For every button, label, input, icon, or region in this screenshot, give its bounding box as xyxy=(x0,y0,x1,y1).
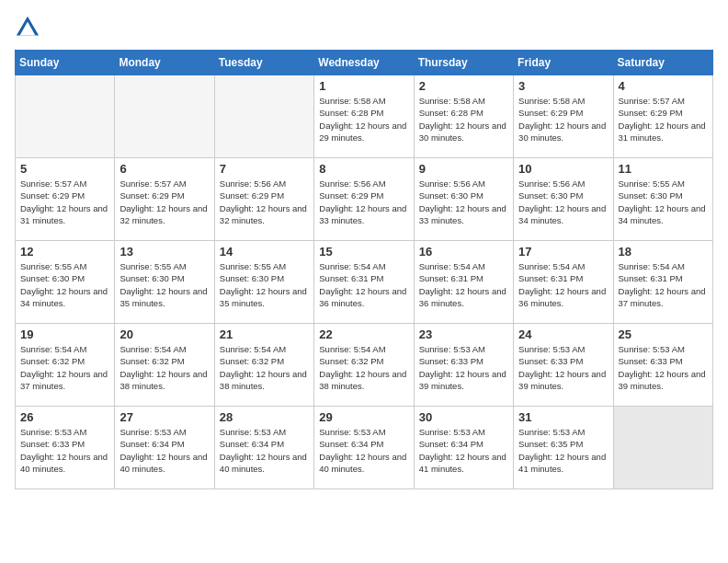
weekday-header-friday: Friday xyxy=(514,51,613,75)
weekday-header-thursday: Thursday xyxy=(414,51,513,75)
day-info: Sunrise: 5:53 AMSunset: 6:33 PMDaylight:… xyxy=(419,343,508,392)
day-info: Sunrise: 5:55 AMSunset: 6:30 PMDaylight:… xyxy=(619,178,708,226)
day-info: Sunrise: 5:54 AMSunset: 6:31 PMDaylight:… xyxy=(619,260,708,309)
calendar-week-row: 19Sunrise: 5:54 AMSunset: 6:32 PMDayligh… xyxy=(16,324,713,407)
calendar-cell: 30Sunrise: 5:53 AMSunset: 6:34 PMDayligh… xyxy=(414,407,513,489)
day-info: Sunrise: 5:54 AMSunset: 6:31 PMDaylight:… xyxy=(419,260,508,309)
day-info: Sunrise: 5:54 AMSunset: 6:32 PMDaylight:… xyxy=(119,343,209,392)
calendar-cell: 19Sunrise: 5:54 AMSunset: 6:32 PMDayligh… xyxy=(16,324,115,407)
day-number: 20 xyxy=(119,327,209,341)
calendar-week-row: 26Sunrise: 5:53 AMSunset: 6:33 PMDayligh… xyxy=(16,407,713,489)
day-number: 27 xyxy=(119,410,209,424)
day-number: 14 xyxy=(220,245,309,259)
calendar-cell: 25Sunrise: 5:53 AMSunset: 6:33 PMDayligh… xyxy=(613,324,712,407)
weekday-header-tuesday: Tuesday xyxy=(214,51,313,75)
calendar-cell: 17Sunrise: 5:54 AMSunset: 6:31 PMDayligh… xyxy=(514,241,613,324)
calendar-week-row: 5Sunrise: 5:57 AMSunset: 6:29 PMDaylight… xyxy=(16,158,713,241)
calendar-week-row: 12Sunrise: 5:55 AMSunset: 6:30 PMDayligh… xyxy=(16,241,713,324)
calendar-cell: 1Sunrise: 5:58 AMSunset: 6:28 PMDaylight… xyxy=(314,75,414,158)
day-number: 26 xyxy=(20,410,109,424)
day-info: Sunrise: 5:53 AMSunset: 6:34 PMDaylight:… xyxy=(319,426,408,475)
day-info: Sunrise: 5:57 AMSunset: 6:29 PMDaylight:… xyxy=(119,178,209,226)
calendar-cell: 8Sunrise: 5:56 AMSunset: 6:29 PMDaylight… xyxy=(314,158,414,241)
day-number: 4 xyxy=(619,79,708,93)
calendar-cell xyxy=(16,75,115,158)
calendar-cell: 26Sunrise: 5:53 AMSunset: 6:33 PMDayligh… xyxy=(16,407,115,489)
day-info: Sunrise: 5:54 AMSunset: 6:31 PMDaylight:… xyxy=(319,260,408,309)
calendar-cell: 2Sunrise: 5:58 AMSunset: 6:28 PMDaylight… xyxy=(414,75,513,158)
calendar-cell: 10Sunrise: 5:56 AMSunset: 6:30 PMDayligh… xyxy=(514,158,613,241)
day-info: Sunrise: 5:58 AMSunset: 6:28 PMDaylight:… xyxy=(419,95,508,144)
calendar-cell: 11Sunrise: 5:55 AMSunset: 6:30 PMDayligh… xyxy=(613,158,712,241)
day-info: Sunrise: 5:53 AMSunset: 6:34 PMDaylight:… xyxy=(220,426,309,475)
day-info: Sunrise: 5:57 AMSunset: 6:29 PMDaylight:… xyxy=(619,95,708,144)
day-info: Sunrise: 5:53 AMSunset: 6:33 PMDaylight:… xyxy=(518,343,608,392)
calendar-week-row: 1Sunrise: 5:58 AMSunset: 6:28 PMDaylight… xyxy=(16,75,713,158)
calendar-cell: 22Sunrise: 5:54 AMSunset: 6:32 PMDayligh… xyxy=(314,324,414,407)
day-info: Sunrise: 5:53 AMSunset: 6:33 PMDaylight:… xyxy=(619,343,708,392)
day-number: 18 xyxy=(619,245,708,259)
page-header xyxy=(15,15,713,40)
calendar-cell: 21Sunrise: 5:54 AMSunset: 6:32 PMDayligh… xyxy=(214,324,313,407)
day-info: Sunrise: 5:55 AMSunset: 6:30 PMDaylight:… xyxy=(20,260,109,309)
day-number: 12 xyxy=(20,245,109,259)
day-number: 3 xyxy=(518,79,608,93)
day-info: Sunrise: 5:53 AMSunset: 6:33 PMDaylight:… xyxy=(20,426,109,475)
day-number: 30 xyxy=(419,410,508,424)
weekday-header-monday: Monday xyxy=(115,51,214,75)
calendar-cell: 24Sunrise: 5:53 AMSunset: 6:33 PMDayligh… xyxy=(514,324,613,407)
calendar-cell: 16Sunrise: 5:54 AMSunset: 6:31 PMDayligh… xyxy=(414,241,513,324)
day-info: Sunrise: 5:55 AMSunset: 6:30 PMDaylight:… xyxy=(220,260,309,309)
calendar-table: SundayMondayTuesdayWednesdayThursdayFrid… xyxy=(15,50,713,489)
day-number: 8 xyxy=(319,162,408,176)
calendar-cell: 27Sunrise: 5:53 AMSunset: 6:34 PMDayligh… xyxy=(115,407,214,489)
day-number: 23 xyxy=(419,327,508,341)
day-number: 7 xyxy=(220,162,309,176)
day-number: 15 xyxy=(319,245,408,259)
calendar-cell: 4Sunrise: 5:57 AMSunset: 6:29 PMDaylight… xyxy=(613,75,712,158)
day-info: Sunrise: 5:56 AMSunset: 6:29 PMDaylight:… xyxy=(319,178,408,226)
day-info: Sunrise: 5:58 AMSunset: 6:28 PMDaylight:… xyxy=(319,95,408,144)
calendar-cell: 29Sunrise: 5:53 AMSunset: 6:34 PMDayligh… xyxy=(314,407,414,489)
day-info: Sunrise: 5:56 AMSunset: 6:30 PMDaylight:… xyxy=(518,178,608,226)
day-number: 10 xyxy=(518,162,608,176)
day-info: Sunrise: 5:53 AMSunset: 6:34 PMDaylight:… xyxy=(419,426,508,475)
weekday-header-sunday: Sunday xyxy=(16,51,115,75)
calendar-cell: 3Sunrise: 5:58 AMSunset: 6:29 PMDaylight… xyxy=(514,75,613,158)
calendar-cell: 23Sunrise: 5:53 AMSunset: 6:33 PMDayligh… xyxy=(414,324,513,407)
day-number: 24 xyxy=(518,327,608,341)
day-number: 11 xyxy=(619,162,708,176)
day-number: 16 xyxy=(419,245,508,259)
weekday-header-saturday: Saturday xyxy=(613,51,712,75)
day-info: Sunrise: 5:57 AMSunset: 6:29 PMDaylight:… xyxy=(20,178,109,226)
calendar-cell: 14Sunrise: 5:55 AMSunset: 6:30 PMDayligh… xyxy=(214,241,313,324)
calendar-cell: 20Sunrise: 5:54 AMSunset: 6:32 PMDayligh… xyxy=(115,324,214,407)
day-number: 29 xyxy=(319,410,408,424)
day-info: Sunrise: 5:58 AMSunset: 6:29 PMDaylight:… xyxy=(518,95,608,144)
day-info: Sunrise: 5:54 AMSunset: 6:31 PMDaylight:… xyxy=(518,260,608,309)
logo xyxy=(15,15,44,40)
day-number: 2 xyxy=(419,79,508,93)
calendar-cell: 13Sunrise: 5:55 AMSunset: 6:30 PMDayligh… xyxy=(115,241,214,324)
calendar-cell: 18Sunrise: 5:54 AMSunset: 6:31 PMDayligh… xyxy=(613,241,712,324)
calendar-cell: 7Sunrise: 5:56 AMSunset: 6:29 PMDaylight… xyxy=(214,158,313,241)
day-info: Sunrise: 5:56 AMSunset: 6:29 PMDaylight:… xyxy=(220,178,309,226)
calendar-cell: 31Sunrise: 5:53 AMSunset: 6:35 PMDayligh… xyxy=(514,407,613,489)
calendar-cell: 9Sunrise: 5:56 AMSunset: 6:30 PMDaylight… xyxy=(414,158,513,241)
calendar-cell xyxy=(115,75,214,158)
day-info: Sunrise: 5:54 AMSunset: 6:32 PMDaylight:… xyxy=(319,343,408,392)
calendar-cell: 6Sunrise: 5:57 AMSunset: 6:29 PMDaylight… xyxy=(115,158,214,241)
day-number: 17 xyxy=(518,245,608,259)
calendar-cell: 15Sunrise: 5:54 AMSunset: 6:31 PMDayligh… xyxy=(314,241,414,324)
day-number: 13 xyxy=(119,245,209,259)
day-info: Sunrise: 5:53 AMSunset: 6:34 PMDaylight:… xyxy=(119,426,209,475)
day-number: 19 xyxy=(20,327,109,341)
day-number: 9 xyxy=(419,162,508,176)
calendar-header-row: SundayMondayTuesdayWednesdayThursdayFrid… xyxy=(16,51,713,75)
day-number: 5 xyxy=(20,162,109,176)
day-info: Sunrise: 5:53 AMSunset: 6:35 PMDaylight:… xyxy=(518,426,608,475)
day-number: 22 xyxy=(319,327,408,341)
day-number: 21 xyxy=(220,327,309,341)
day-number: 31 xyxy=(518,410,608,424)
day-info: Sunrise: 5:56 AMSunset: 6:30 PMDaylight:… xyxy=(419,178,508,226)
